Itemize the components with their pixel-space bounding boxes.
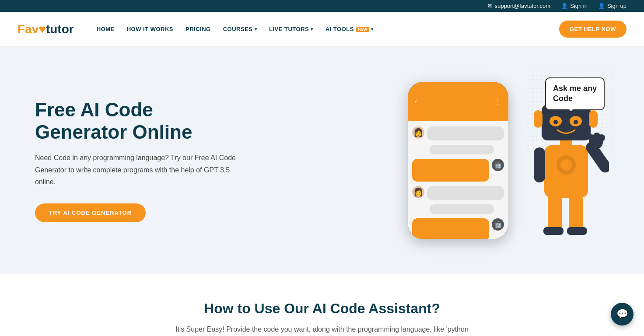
- phone-body: 👩 🤖 �: [408, 121, 508, 239]
- chat-bubble-3b: [430, 204, 494, 214]
- chat-bubble-3: [427, 186, 504, 200]
- svg-rect-7: [534, 147, 545, 182]
- hero-title: Free AI Code Generator Online: [35, 99, 245, 143]
- signin-label[interactable]: Sign in: [570, 3, 588, 9]
- chat-bubble-4: [412, 218, 489, 239]
- chat-avatar-user2: 👩: [412, 186, 424, 198]
- chat-avatar-bot1: 🤖: [492, 159, 504, 171]
- chat-row-1: 👩: [412, 126, 504, 140]
- phone-dots: ‹: [415, 98, 417, 105]
- user-icon: 👤: [561, 3, 568, 9]
- try-ai-generator-button[interactable]: TRY AI CODE GENERATOR: [35, 203, 146, 222]
- svg-point-17: [553, 120, 558, 124]
- chat-avatar-bot2: 🤖: [492, 218, 504, 231]
- chat-bubble-1b: [430, 145, 494, 154]
- nav-links: HOME HOW IT WORKS PRICING COURSES ▾ LIVE…: [91, 22, 559, 36]
- user-plus-icon: 👤: [598, 3, 605, 9]
- speech-line2: Code: [553, 94, 573, 103]
- ai-tools-caret: ▾: [371, 27, 374, 32]
- nav-pricing[interactable]: PRICING: [180, 22, 216, 36]
- hero-left: Free AI Code Generator Online Need Code …: [35, 99, 245, 222]
- live-tutors-caret: ▾: [311, 27, 313, 32]
- phone-mockup: ‹ ⋮ 👩: [408, 82, 508, 239]
- nav-courses[interactable]: COURSES ▾: [218, 22, 262, 36]
- logo-heart: ♥: [38, 22, 46, 36]
- chat-bubble-1: [427, 126, 504, 140]
- logo[interactable]: Fav♥tutor: [18, 22, 74, 36]
- chat-row-3b: [412, 204, 504, 214]
- chat-row-4: 🤖: [412, 218, 504, 239]
- speech-line1: Ask me any: [553, 84, 597, 93]
- svg-rect-2: [543, 227, 564, 235]
- hero-title-line2: Generator Online: [35, 121, 192, 143]
- chat-avatar-user1: 👩: [412, 126, 424, 139]
- svg-point-12: [598, 134, 605, 141]
- phone-status: ⋮: [494, 98, 501, 106]
- hero-description: Need Code in any programming language? T…: [35, 152, 245, 188]
- signin-item[interactable]: 👤 Sign in: [561, 3, 588, 9]
- signup-item[interactable]: 👤 Sign up: [598, 3, 626, 9]
- phone-menu-icon: ⋮: [494, 98, 501, 106]
- chat-row-3: 👩: [412, 186, 504, 200]
- get-help-button[interactable]: GET HELP NOW: [559, 21, 626, 38]
- phone-top: ‹ ⋮: [408, 82, 508, 121]
- nav-live-tutors[interactable]: LIVE TUTORS ▾: [264, 22, 318, 36]
- logo-fav: Fav: [18, 22, 38, 36]
- email-icon: ✉: [488, 3, 493, 9]
- chat-row-2: 🤖: [412, 159, 504, 182]
- phone-back-icon: ‹: [415, 98, 417, 105]
- svg-point-18: [574, 120, 578, 124]
- logo-tutor: tutor: [46, 22, 74, 36]
- chat-bubble-2: [412, 159, 489, 182]
- email-address: support@favtutor.com: [495, 3, 550, 9]
- nav-how-it-works[interactable]: HOW IT WORKS: [122, 22, 178, 36]
- how-section: How to Use Our AI Code Assistant? It's S…: [0, 274, 644, 336]
- hero-title-line1: Free AI Code: [35, 99, 153, 120]
- how-title: How to Use Our AI Code Assistant?: [35, 301, 609, 317]
- chat-row-1b: [412, 145, 504, 154]
- top-bar: ✉ support@favtutor.com 👤 Sign in 👤 Sign …: [0, 0, 644, 12]
- svg-rect-3: [567, 227, 587, 235]
- email-item: ✉ support@favtutor.com: [488, 3, 550, 9]
- hero-section: Free AI Code Generator Online Need Code …: [0, 47, 644, 274]
- new-badge: NEW: [356, 27, 369, 32]
- nav-home[interactable]: HOME: [91, 22, 120, 36]
- chat-widget[interactable]: 💬: [611, 303, 634, 326]
- chat-widget-icon: 💬: [616, 308, 628, 320]
- nav-ai-tools[interactable]: AI TOOLS NEW ▾: [320, 22, 379, 36]
- navbar: Fav♥tutor HOME HOW IT WORKS PRICING COUR…: [0, 12, 644, 47]
- signup-label[interactable]: Sign up: [607, 3, 626, 9]
- courses-caret: ▾: [255, 27, 257, 32]
- hero-illustration: Ask me any Code ‹ ⋮ 👩: [382, 73, 609, 248]
- speech-bubble: Ask me any Code: [545, 77, 605, 110]
- how-description: It's Super Easy! Provide the code you wa…: [169, 324, 475, 336]
- svg-rect-20: [589, 110, 598, 128]
- svg-rect-19: [534, 110, 542, 128]
- svg-point-6: [560, 159, 572, 171]
